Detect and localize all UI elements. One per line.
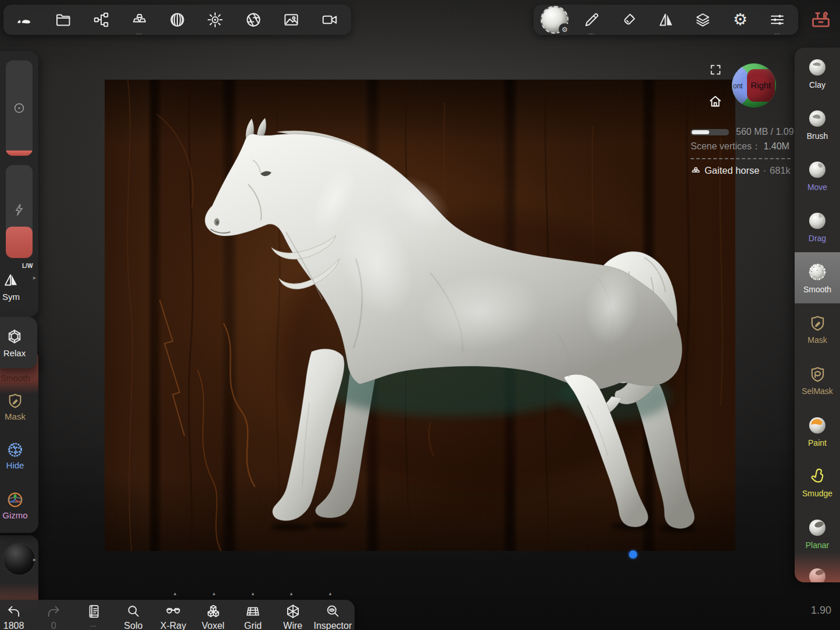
grid-icon bbox=[245, 603, 261, 620]
symmetry-button[interactable] bbox=[650, 5, 682, 35]
tool-selmask[interactable]: SelMask bbox=[795, 355, 840, 406]
radius-slider[interactable] bbox=[6, 60, 33, 156]
more-dots: … bbox=[774, 30, 781, 34]
app-logo-button[interactable] bbox=[9, 5, 41, 35]
settings-button[interactable]: ⚙ bbox=[724, 5, 756, 35]
matcap-material-button[interactable] bbox=[161, 5, 194, 35]
quick-tool-gizmo[interactable]: Gizmo bbox=[0, 491, 38, 520]
scene-graph-icon bbox=[92, 11, 110, 28]
app-version: 1.90 bbox=[811, 604, 831, 617]
primitives-button[interactable]: … bbox=[123, 5, 156, 35]
symmetry-toggle[interactable]: L/W ▸ Sym bbox=[0, 262, 38, 314]
redo-arrow-icon bbox=[45, 603, 62, 620]
intensity-slider[interactable] bbox=[6, 165, 33, 258]
xray-toggle[interactable]: X-Ray bbox=[155, 603, 191, 630]
gizmo-right-face[interactable]: Right bbox=[747, 69, 775, 102]
tool-paint[interactable]: Paint bbox=[795, 406, 840, 457]
redo-button[interactable]: 0 bbox=[35, 603, 72, 630]
interface-sliders-button[interactable]: … bbox=[761, 5, 793, 35]
layers-button[interactable] bbox=[687, 5, 719, 35]
more-dots: … bbox=[90, 621, 97, 628]
top-left-toolbar: … bbox=[3, 5, 351, 35]
more-dots: … bbox=[588, 30, 595, 34]
tool-move[interactable]: Move bbox=[795, 150, 840, 201]
expander-arrow-icon[interactable]: ▸ bbox=[33, 274, 36, 281]
sculpt-viewport[interactable] bbox=[105, 80, 735, 551]
sun-icon bbox=[206, 11, 224, 28]
inspector-toggle[interactable]: Inspector bbox=[314, 603, 351, 630]
gizmo-right-face-label: Right bbox=[750, 80, 771, 90]
wire-caret-icon: ▴ bbox=[290, 590, 293, 596]
camera-button[interactable] bbox=[313, 5, 346, 35]
move-sphere-icon bbox=[807, 159, 828, 180]
flatten-sphere-icon bbox=[807, 566, 828, 582]
xray-caret-icon: ▴ bbox=[174, 590, 177, 596]
history-button[interactable]: … bbox=[76, 603, 112, 628]
wire-toggle[interactable]: Wire bbox=[275, 603, 311, 630]
stroke-button[interactable]: … bbox=[576, 5, 608, 35]
clay-sphere-icon bbox=[807, 57, 828, 78]
scene-vertices-row: Scene vertices： 1.40M bbox=[691, 141, 793, 153]
tool-brush[interactable]: Brush bbox=[795, 99, 840, 150]
toolbox-icon bbox=[810, 9, 832, 31]
tool-label: Smudge bbox=[802, 489, 832, 498]
postprocess-button[interactable] bbox=[237, 5, 270, 35]
quick-tool-hide[interactable]: Hide bbox=[0, 441, 38, 470]
tool-drag[interactable]: Drag bbox=[795, 201, 840, 252]
drag-sphere-icon bbox=[807, 210, 828, 231]
nomad-sculpt-window: … bbox=[0, 0, 840, 630]
background-button[interactable] bbox=[275, 5, 308, 35]
tool-flatten-partial[interactable] bbox=[795, 559, 840, 582]
radius-circle-dot-icon bbox=[12, 101, 26, 115]
object-separator: · bbox=[763, 165, 766, 176]
orientation-gizmo[interactable]: ont Right bbox=[732, 63, 776, 108]
sym-label: Sym bbox=[0, 292, 30, 302]
image-icon bbox=[283, 11, 300, 28]
tool-label: Paint bbox=[808, 438, 827, 448]
expander-arrow-icon[interactable]: ▸ bbox=[33, 556, 36, 563]
matcap-black-sphere-icon[interactable] bbox=[3, 543, 35, 575]
undo-arrow-icon bbox=[6, 603, 22, 620]
paint-sphere-icon bbox=[807, 415, 828, 436]
material-button[interactable] bbox=[613, 5, 645, 35]
gear-icon: ⚙ bbox=[733, 11, 748, 28]
grid-toggle[interactable]: Grid bbox=[235, 603, 271, 630]
tool-planar[interactable]: Planar bbox=[795, 508, 840, 559]
undo-count: 1808 bbox=[3, 621, 24, 630]
voxel-label: Voxel bbox=[202, 621, 224, 630]
top-right-toolbar: ⚙ … ⚙ bbox=[534, 5, 798, 35]
mask-shield-icon bbox=[6, 392, 24, 410]
intensity-slider-fill bbox=[6, 227, 33, 258]
fullscreen-button[interactable] bbox=[709, 63, 722, 76]
tool-smooth-selected[interactable]: Smooth bbox=[795, 252, 840, 303]
tool-sidebar: Clay Brush Move Drag bbox=[795, 48, 840, 582]
object-row[interactable]: Gaited horse · 681k bbox=[691, 165, 793, 176]
gizmo-axes-icon bbox=[6, 491, 24, 509]
tool-label: Planar bbox=[806, 540, 829, 550]
tool-clay[interactable]: Clay bbox=[795, 48, 840, 99]
files-button[interactable] bbox=[47, 5, 80, 35]
relax-popup[interactable]: Relax bbox=[0, 317, 37, 368]
undo-button[interactable]: 1808 bbox=[0, 603, 32, 630]
relax-label: Relax bbox=[3, 348, 26, 358]
tool-smudge[interactable]: Smudge bbox=[795, 457, 840, 508]
home-view-button[interactable] bbox=[707, 94, 723, 109]
magnifier-icon bbox=[125, 603, 141, 620]
active-brush-button[interactable]: ⚙ bbox=[538, 5, 571, 35]
smudge-finger-icon bbox=[807, 467, 827, 486]
brush-settings-gear-icon[interactable]: ⚙ bbox=[559, 23, 571, 35]
lighting-button[interactable] bbox=[199, 5, 231, 35]
toolbox-button[interactable] bbox=[809, 8, 833, 32]
grid-caret-icon: ▴ bbox=[252, 590, 255, 596]
paintbrush-icon bbox=[620, 11, 638, 28]
camcorder-icon bbox=[321, 11, 338, 28]
quick-tool-mask[interactable]: Mask bbox=[0, 392, 38, 421]
scene-graph-button[interactable] bbox=[85, 5, 117, 35]
wireframe-icon bbox=[285, 603, 301, 620]
voxel-toggle[interactable]: Voxel bbox=[195, 603, 231, 630]
tool-mask[interactable]: Mask bbox=[795, 303, 840, 355]
matcap-sphere-icon bbox=[169, 11, 186, 28]
mirror-icon bbox=[657, 11, 675, 28]
solo-toggle[interactable]: Solo bbox=[115, 603, 151, 630]
scene-vertices-label: Scene vertices： bbox=[691, 141, 761, 151]
